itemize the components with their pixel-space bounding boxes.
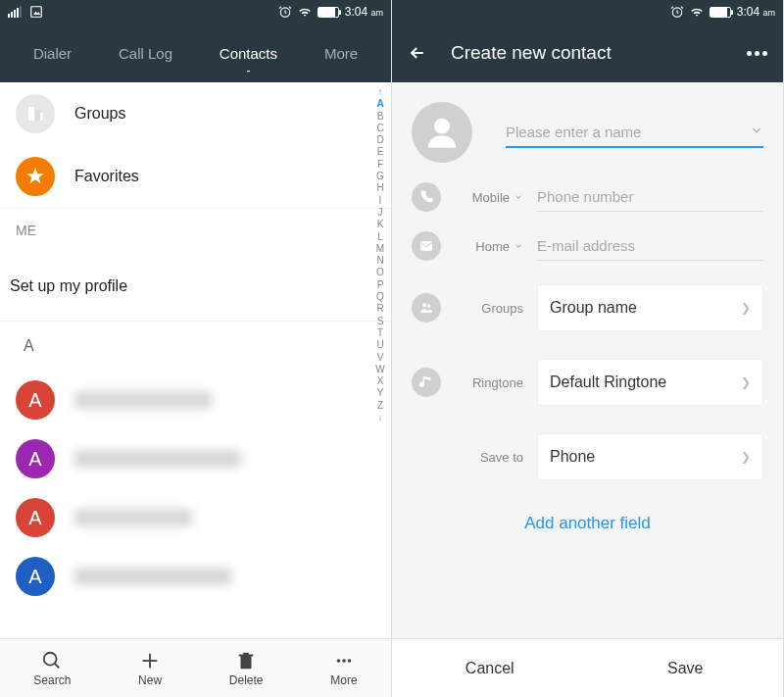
- me-section-label: ME: [0, 209, 391, 252]
- contact-row[interactable]: A: [0, 371, 391, 429]
- status-bar: 3:04 am: [392, 0, 783, 24]
- svg-rect-3: [28, 107, 34, 121]
- groups-label: Groups: [74, 105, 125, 123]
- phone-icon: [412, 182, 441, 212]
- contact-name-redacted: [74, 568, 231, 585]
- wifi-icon: [298, 5, 312, 19]
- trash-icon: [235, 650, 257, 672]
- groups-label: Groups: [455, 301, 523, 316]
- header-bar: Create new contact: [392, 24, 783, 82]
- svg-point-14: [434, 119, 450, 134]
- tab-call-log[interactable]: Call Log: [111, 27, 180, 79]
- alarm-icon: [670, 5, 684, 19]
- tab-dialer[interactable]: Dialer: [25, 27, 79, 79]
- contact-name-redacted: [74, 391, 212, 409]
- cancel-button[interactable]: Cancel: [392, 639, 588, 697]
- svg-point-10: [337, 659, 341, 663]
- email-type-selector[interactable]: Home: [455, 239, 523, 254]
- person-icon: [423, 114, 461, 151]
- chevron-right-icon: ❯: [741, 450, 751, 464]
- contact-name-input[interactable]: [506, 118, 763, 148]
- status-bar: 3:04 am: [0, 0, 391, 24]
- favorites-item[interactable]: Favorites: [0, 145, 391, 209]
- more-button[interactable]: More: [330, 650, 357, 687]
- groups-icon: [412, 293, 441, 323]
- plus-icon: [139, 650, 161, 672]
- more-icon: [333, 650, 355, 672]
- save-to-label: Save to: [455, 450, 523, 465]
- svg-rect-4: [35, 110, 40, 121]
- chevron-down-icon: [514, 192, 523, 202]
- phone-type-selector[interactable]: Mobile: [455, 190, 523, 205]
- battery-icon: [710, 7, 731, 18]
- avatar: A: [16, 380, 55, 420]
- clock-time: 3:04 am: [345, 5, 383, 19]
- contact-name-redacted: [74, 509, 192, 526]
- create-contact-screen: 3:04 am Create new contact Mobile: [392, 0, 784, 697]
- tab-more[interactable]: More: [317, 27, 366, 79]
- groups-icon: [16, 94, 55, 133]
- signal-icon: [8, 6, 22, 18]
- svg-marker-1: [33, 11, 40, 15]
- setup-profile-row[interactable]: Set up my profile: [0, 252, 391, 322]
- email-icon: [412, 231, 441, 261]
- clock-time: 3:04 am: [737, 5, 775, 19]
- favorites-label: Favorites: [74, 168, 139, 185]
- groups-selector[interactable]: Group name ❯: [537, 284, 763, 331]
- save-button[interactable]: Save: [588, 639, 784, 697]
- save-to-selector[interactable]: Phone ❯: [537, 433, 763, 480]
- svg-point-17: [427, 304, 430, 307]
- battery-icon: [318, 7, 339, 18]
- contacts-content: Groups Favorites ME Set up my profile A …: [0, 82, 391, 638]
- bottom-toolbar: Search New Delete More: [0, 638, 391, 697]
- avatar: A: [16, 557, 55, 596]
- wifi-icon: [690, 5, 704, 19]
- contact-row[interactable]: A: [0, 429, 391, 488]
- groups-item[interactable]: Groups: [0, 82, 391, 145]
- alphabet-scroll-index[interactable]: ↑ A B C D E F G H I J K L M N O P Q R S …: [371, 82, 389, 638]
- contact-row[interactable]: A: [0, 547, 391, 606]
- delete-button[interactable]: Delete: [229, 650, 264, 687]
- ringtone-icon: [412, 368, 441, 397]
- email-input[interactable]: [537, 231, 763, 261]
- contact-name-redacted: [74, 450, 241, 468]
- contacts-screen: 3:04 am Dialer Call Log Contacts More Gr…: [0, 0, 392, 697]
- svg-rect-0: [31, 7, 42, 18]
- chevron-down-icon[interactable]: [750, 124, 763, 137]
- svg-line-7: [55, 663, 60, 668]
- chevron-right-icon: ❯: [741, 375, 751, 389]
- tab-bar: Dialer Call Log Contacts More: [0, 24, 391, 82]
- contact-photo-placeholder[interactable]: [412, 102, 472, 163]
- svg-point-6: [44, 652, 57, 665]
- ringtone-label: Ringtone: [455, 375, 523, 390]
- form-content: Mobile Home Groups Group name ❯: [392, 82, 783, 638]
- add-another-field-button[interactable]: Add another field: [392, 494, 783, 553]
- phone-number-input[interactable]: [537, 182, 763, 212]
- search-icon: [41, 650, 63, 672]
- search-button[interactable]: Search: [33, 650, 71, 687]
- svg-rect-5: [40, 113, 43, 121]
- alarm-icon: [278, 5, 292, 19]
- svg-point-11: [342, 659, 346, 663]
- contact-row[interactable]: A: [0, 488, 391, 547]
- back-icon[interactable]: [408, 43, 427, 63]
- chevron-right-icon: ❯: [741, 301, 751, 315]
- star-icon: [16, 157, 55, 196]
- tab-contacts[interactable]: Contacts: [212, 27, 285, 79]
- page-title: Create new contact: [451, 42, 723, 64]
- action-bar: Cancel Save: [392, 638, 783, 697]
- overflow-menu-icon[interactable]: [747, 51, 767, 56]
- section-letter-A: A: [0, 322, 391, 371]
- avatar: A: [16, 439, 55, 478]
- chevron-down-icon: [514, 241, 523, 251]
- avatar: A: [16, 498, 55, 537]
- ringtone-selector[interactable]: Default Ringtone ❯: [537, 359, 763, 406]
- svg-point-12: [348, 659, 352, 663]
- svg-point-16: [422, 303, 426, 307]
- new-button[interactable]: New: [138, 650, 162, 687]
- svg-rect-15: [420, 241, 432, 250]
- picture-icon: [29, 5, 43, 19]
